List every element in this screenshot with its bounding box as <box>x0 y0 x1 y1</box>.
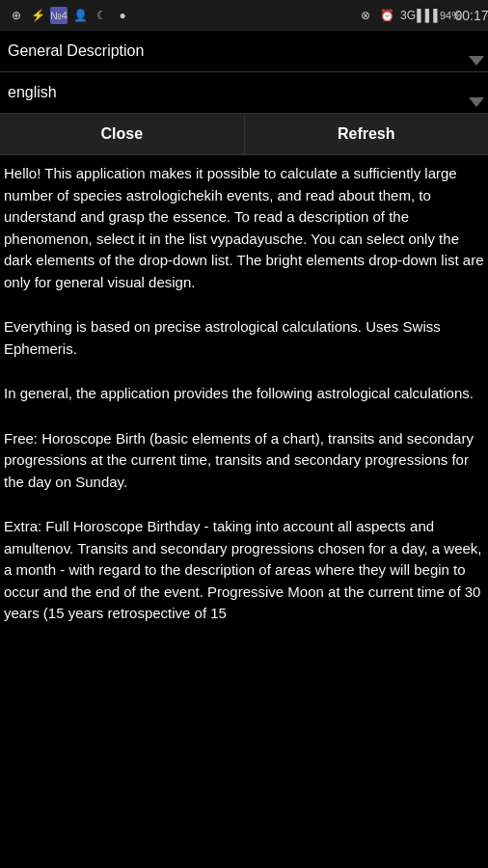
status-bar-right: ⊗ ⏰ 3G ▌▌▌ 94% 00:17 <box>357 7 480 24</box>
title-dropdown-arrow <box>469 56 484 66</box>
paragraph-extra: Extra: Full Horoscope Birthday - taking … <box>4 516 484 625</box>
moon-icon: ☾ <box>93 7 110 24</box>
status-bar-left: ⊕ ⚡ №4 👤 ☾ ● <box>8 7 131 24</box>
action-buttons-row: Close Refresh <box>0 114 488 155</box>
language-dropdown-arrow <box>469 97 484 107</box>
paragraph-overview: In general, the application provides the… <box>4 383 484 405</box>
close-button[interactable]: Close <box>0 114 245 154</box>
paragraph-intro: Hello! This application makes it possibl… <box>4 163 484 293</box>
status-bar: ⊕ ⚡ №4 👤 ☾ ● ⊗ ⏰ 3G ▌▌▌ 94% 00:17 <box>0 0 488 31</box>
badge-icon: №4 <box>50 7 68 24</box>
language-input-container <box>0 72 488 114</box>
network-type: 3G <box>399 7 417 24</box>
app-icon: ● <box>114 7 131 24</box>
title-input[interactable] <box>4 37 484 66</box>
time-display: 00:17 <box>463 7 480 24</box>
add-icon: ⊕ <box>8 7 25 24</box>
alarm-icon: ⏰ <box>378 7 395 24</box>
signal-bars: ▌▌▌ <box>420 7 438 24</box>
language-input[interactable] <box>4 78 484 107</box>
refresh-button[interactable]: Refresh <box>245 114 489 154</box>
mute-icon: ⊗ <box>357 7 374 24</box>
paragraph-free: Free: Horoscope Birth (basic elements of… <box>4 428 484 494</box>
usb-icon: ⚡ <box>29 7 46 24</box>
paragraph-ephemeris: Everything is based on precise astrologi… <box>4 316 484 360</box>
title-input-container <box>0 31 488 72</box>
avatar-icon: 👤 <box>71 7 89 24</box>
description-content: Hello! This application makes it possibl… <box>0 155 488 633</box>
